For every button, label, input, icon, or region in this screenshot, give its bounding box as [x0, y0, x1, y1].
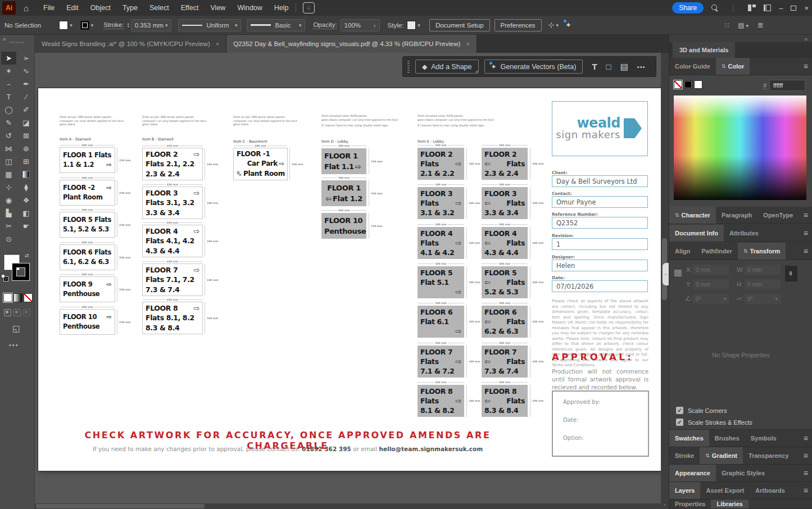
shaper-tool[interactable]: ✎	[1, 116, 16, 129]
menu-help[interactable]: Help	[274, 4, 289, 12]
tab-pathfinder[interactable]: Pathfinder	[696, 243, 738, 260]
snap-options-icon[interactable]: ⊹	[548, 21, 555, 29]
panel-layout-icon[interactable]	[764, 4, 772, 11]
horizontal-scrollbar-thumb[interactable]	[36, 504, 205, 508]
scale-strokes-checkbox[interactable]: ✓	[676, 419, 683, 426]
generate-vectors-button[interactable]: ✦Generate Vectors (Beta)	[484, 60, 583, 74]
direct-selection-tool[interactable]: ➢	[19, 52, 34, 65]
menu-edit[interactable]: Edit	[66, 4, 79, 12]
tab-layers[interactable]: Layers	[669, 482, 700, 499]
menu-type[interactable]: Type	[123, 4, 138, 12]
arrange-documents-icon[interactable]	[748, 4, 756, 11]
stroke-swatch[interactable]	[80, 21, 89, 30]
dock-collapse-icon[interactable]: «	[3, 36, 6, 42]
workspace-switcher-icon[interactable]: ▤▾	[738, 21, 749, 29]
swap-fill-stroke-icon[interactable]: ⇄	[25, 253, 29, 258]
curvature-tool[interactable]: ⌢	[1, 78, 16, 90]
perspective-grid-tool[interactable]: ⊞	[19, 155, 34, 168]
stroke-stepper[interactable]: ▴▾	[128, 22, 129, 28]
hex-input[interactable]	[769, 80, 805, 91]
toolbar-grip[interactable]	[407, 61, 410, 73]
y-field[interactable]: 0 mm	[693, 279, 729, 289]
draw-inside-icon[interactable]	[23, 309, 30, 316]
blend-tool[interactable]: ◉	[1, 194, 16, 207]
menu-select[interactable]: Select	[149, 4, 169, 12]
selection-tool[interactable]: ➤	[1, 52, 16, 65]
type-tool-shortcut-icon[interactable]: T	[592, 62, 597, 71]
shear-field[interactable]: 0°▾	[745, 294, 781, 304]
appearance-panel-menu-icon[interactable]: ≡	[804, 469, 808, 478]
opacity-label[interactable]: Opacity:	[313, 21, 337, 29]
dock-grip[interactable]	[10, 42, 25, 43]
constrain-proportions-icon[interactable]: ∞	[785, 266, 797, 281]
info-panel-menu-icon[interactable]: ≡	[804, 229, 808, 238]
stroke-caret-icon[interactable]: ▾	[91, 22, 94, 28]
color-panel-menu-icon[interactable]: ≡	[804, 62, 808, 71]
menu-window[interactable]: Window	[237, 4, 262, 12]
pen-tool[interactable]: ✒	[19, 78, 34, 90]
magic-wand-tool[interactable]: ✶	[1, 65, 16, 78]
menu-view[interactable]: View	[211, 4, 226, 12]
tab-align[interactable]: Align	[669, 243, 696, 260]
tab-stroke[interactable]: Stroke	[669, 447, 700, 464]
brush-select[interactable]: Basic▾	[247, 19, 305, 31]
color-chip[interactable]	[3, 293, 12, 302]
style-caret-icon[interactable]: ▾	[418, 22, 420, 28]
zoom-tool[interactable]: ⊙	[1, 233, 16, 246]
place-image-icon[interactable]: ▤	[620, 62, 628, 72]
tab-color[interactable]: ⇅Color	[716, 58, 750, 75]
menu-file[interactable]: File	[43, 4, 55, 12]
tab-transform[interactable]: ⇅Transform	[738, 243, 786, 260]
close-button[interactable]: ×	[804, 4, 809, 12]
slice-tool[interactable]: ✂	[1, 220, 16, 233]
eyedropper-tool[interactable]: ⧫	[19, 181, 34, 194]
x-field[interactable]: 0 mm	[693, 265, 729, 275]
draw-normal-icon[interactable]	[4, 309, 11, 316]
close-tab-icon[interactable]: ×	[216, 40, 219, 47]
free-transform-tool[interactable]: ⊠	[19, 129, 34, 142]
w-field[interactable]: 0 mm	[745, 265, 781, 275]
gradient-chip[interactable]	[13, 293, 22, 302]
eraser-tool[interactable]: ◪	[19, 116, 34, 129]
share-button[interactable]: Share	[672, 2, 704, 13]
swatches-panel-menu-icon[interactable]: ≡	[804, 434, 808, 443]
search-icon[interactable]	[711, 4, 718, 11]
tab-attributes[interactable]: Attributes	[724, 225, 764, 242]
type-panel-menu-icon[interactable]: ≡	[804, 211, 808, 220]
rotate-tool[interactable]: ↺	[1, 129, 16, 142]
artboard-tool[interactable]: ◧	[19, 207, 34, 220]
tab-paragraph[interactable]: Paragraph	[716, 207, 757, 224]
white-swatch[interactable]	[694, 80, 702, 89]
tab-swatches[interactable]: Swatches	[669, 430, 709, 447]
tab-character[interactable]: ⇅Character	[669, 207, 716, 224]
panel-collapse-handle[interactable]: ‹	[663, 263, 669, 285]
tab-document-info[interactable]: Document Info	[669, 225, 724, 242]
stroke-weight-label[interactable]: Stroke:	[103, 21, 124, 29]
h-field[interactable]: 0 mm	[745, 279, 781, 289]
close-tab-icon[interactable]: ×	[466, 40, 469, 47]
gradient-panel-menu-icon[interactable]: ≡	[804, 451, 808, 460]
none-chip[interactable]	[24, 293, 33, 302]
tab-symbols[interactable]: Symbols	[745, 430, 782, 447]
menu-object[interactable]: Object	[90, 4, 111, 12]
layers-panel-menu-icon[interactable]: ≡	[804, 486, 808, 495]
stroke-weight-value[interactable]: 0.353 mm▾	[131, 19, 172, 31]
document-tab-2[interactable]: Q2352 Day & Bell_wayfinding signs_visual…	[226, 35, 477, 53]
document-icon[interactable]: □	[606, 62, 611, 71]
tab-properties[interactable]: Properties	[669, 499, 711, 508]
reference-point-icon[interactable]: ▦	[674, 267, 682, 278]
type-tool[interactable]: T	[1, 90, 16, 103]
tab-graphic-styles[interactable]: Graphic Styles	[716, 465, 770, 481]
generative-tools-icon[interactable]: ✦	[565, 21, 571, 29]
document-setup-button[interactable]: Document Setup	[429, 19, 490, 31]
scale-corners-checkbox[interactable]: ✓	[676, 407, 683, 414]
add-shape-button[interactable]: ◆Add a Shape	[415, 60, 479, 74]
black-swatch[interactable]	[684, 80, 692, 89]
paintbrush-tool[interactable]: ✐	[19, 103, 34, 116]
vertical-scrollbar[interactable]: ‹ ⌄	[661, 53, 669, 509]
rotate-field[interactable]: 0°▾	[693, 294, 729, 304]
shape-builder-tool[interactable]: ◫	[1, 155, 16, 168]
more-options-icon[interactable]: •••	[637, 63, 646, 70]
tab-artboards[interactable]: Artboards	[750, 482, 791, 499]
ellipse-tool[interactable]: ◯	[1, 103, 16, 116]
